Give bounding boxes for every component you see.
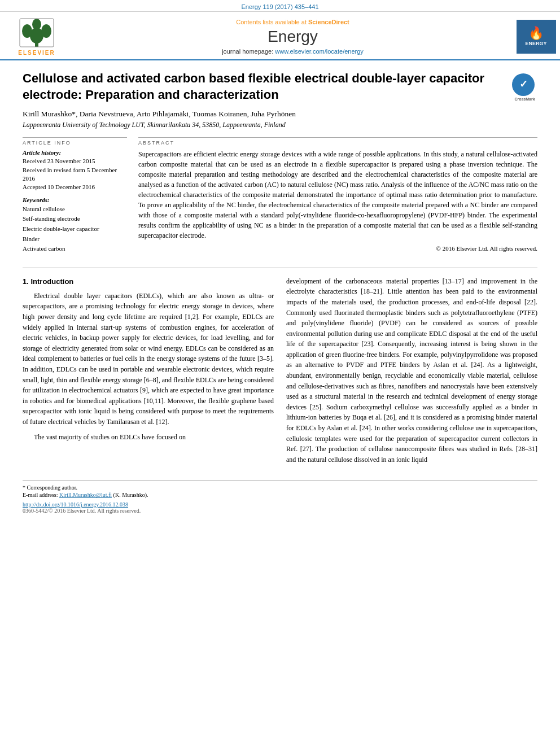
keywords-section: Keywords: Natural cellulose Self-standin… <box>23 196 127 254</box>
article-info-col: ARTICLE INFO Article history: Received 2… <box>23 137 127 259</box>
history-revised: Received in revised form 5 December 2016 <box>23 166 127 184</box>
main-content: Cellulose and activated carbon based fle… <box>0 60 560 525</box>
history-label: Article history: <box>23 149 127 156</box>
email-name: (K. Murashko). <box>113 492 148 498</box>
abstract-text: Supercapacitors are efficient electric e… <box>138 149 537 241</box>
journal-logo-box: 🔥 ENERGY <box>517 20 556 54</box>
body-para-2: The vast majority of studies on EDLCs ha… <box>23 432 274 443</box>
abstract-label: ABSTRACT <box>138 140 537 146</box>
svg-point-3 <box>41 24 51 38</box>
info-abstract-layout: ARTICLE INFO Article history: Received 2… <box>23 137 537 259</box>
doi-link[interactable]: http://dx.doi.org/10.1016/j.energy.2016.… <box>23 501 128 508</box>
elsevier-logo-section: ELSEVIER <box>0 18 73 56</box>
doi-line: http://dx.doi.org/10.1016/j.energy.2016.… <box>23 501 537 508</box>
body-left-col: 1. Introduction Electrical double layer … <box>23 276 274 470</box>
body-two-col: 1. Introduction Electrical double layer … <box>23 276 537 470</box>
svg-point-4 <box>32 19 41 30</box>
section1-heading-text: 1. Introduction <box>23 277 73 286</box>
elsevier-brand-text: ELSEVIER <box>18 50 55 56</box>
sciencedirect-text: ScienceDirect <box>308 19 349 25</box>
copyright-line: © 2016 Elsevier Ltd. All rights reserved… <box>138 245 537 252</box>
body-para-1: Electrical double layer capacitors (EDLC… <box>23 291 274 427</box>
svg-point-2 <box>22 24 32 38</box>
page-container: Energy 119 (2017) 435–441 <box>0 0 560 747</box>
history-accepted: Accepted 10 December 2016 <box>23 183 127 191</box>
homepage-link[interactable]: www.elsevier.com/locate/energy <box>275 48 364 55</box>
authors-line: Kirill Murashko*, Daria Nevstrueva, Arto… <box>23 110 537 119</box>
keyword-2: Self-standing electrode <box>23 214 127 224</box>
keyword-4: Binder <box>23 234 127 244</box>
keywords-label: Keywords: <box>23 196 127 203</box>
issn-line: 0360-5442/© 2016 Elsevier Ltd. All right… <box>23 508 537 514</box>
crossmark-badge: ✓ CrossMark <box>512 73 537 99</box>
journal-header-center: Contents lists available at ScienceDirec… <box>73 18 512 56</box>
keyword-1: Natural cellulose <box>23 204 127 215</box>
body-para-1-text: Electrical double layer capacitors (EDLC… <box>23 292 274 426</box>
journal-homepage: journal homepage: www.elsevier.com/locat… <box>222 48 364 55</box>
crossmark-circle: ✓ <box>512 73 535 96</box>
elsevier-logo: ELSEVIER <box>17 18 56 56</box>
footer-area: * Corresponding author. E-mail address: … <box>23 480 537 514</box>
keywords-list: Natural cellulose Self-standing electrod… <box>23 204 127 254</box>
article-history-section: Article history: Received 23 November 20… <box>23 149 127 192</box>
section1-heading: 1. Introduction <box>23 276 274 287</box>
flame-icon: 🔥 <box>528 27 544 40</box>
keyword-3: Electric double-layer capacitor <box>23 224 127 234</box>
email-line: E-mail address: Kirill.Murashko@lut.fi (… <box>23 492 537 498</box>
history-received: Received 23 November 2015 <box>23 157 127 165</box>
journal-logo-text: ENERGY <box>525 41 546 46</box>
journal-header: ELSEVIER Contents lists available at Sci… <box>0 12 560 60</box>
email-label: E-mail address: <box>23 492 58 498</box>
body-right-para-1-text: development of the carbonaceous material… <box>286 277 537 464</box>
body-right-col: development of the carbonaceous material… <box>286 276 537 470</box>
article-title-text: Cellulose and activated carbon based fle… <box>23 71 484 102</box>
authors-text: Kirill Murashko*, Daria Nevstrueva, Arto… <box>23 110 296 118</box>
crossmark-label: CrossMark <box>512 97 537 102</box>
journal-info-bar: Energy 119 (2017) 435–441 <box>0 0 560 12</box>
elsevier-tree-icon <box>17 18 56 49</box>
email-link[interactable]: Kirill.Murashko@lut.fi <box>59 492 112 498</box>
keyword-5: Activated carbon <box>23 244 127 254</box>
article-info-label: ARTICLE INFO <box>23 140 127 146</box>
body-right-para-1: development of the carbonaceous material… <box>286 276 537 465</box>
journal-citation: Energy 119 (2017) 435–441 <box>242 3 319 10</box>
sciencedirect-label: Contents lists available at ScienceDirec… <box>236 19 349 25</box>
article-title-section: Cellulose and activated carbon based fle… <box>23 71 537 103</box>
journal-name: Energy <box>268 28 318 46</box>
section-divider <box>23 268 537 268</box>
body-para-2-text: The vast majority of studies on EDLCs ha… <box>34 433 186 441</box>
affiliation-line: Lappeenranta University of Technology LU… <box>23 121 537 129</box>
abstract-col: ABSTRACT Supercapacitors are efficient e… <box>138 137 537 259</box>
journal-logo-box-section: 🔥 ENERGY <box>512 18 560 56</box>
corresponding-note: * Corresponding author. <box>23 484 537 491</box>
